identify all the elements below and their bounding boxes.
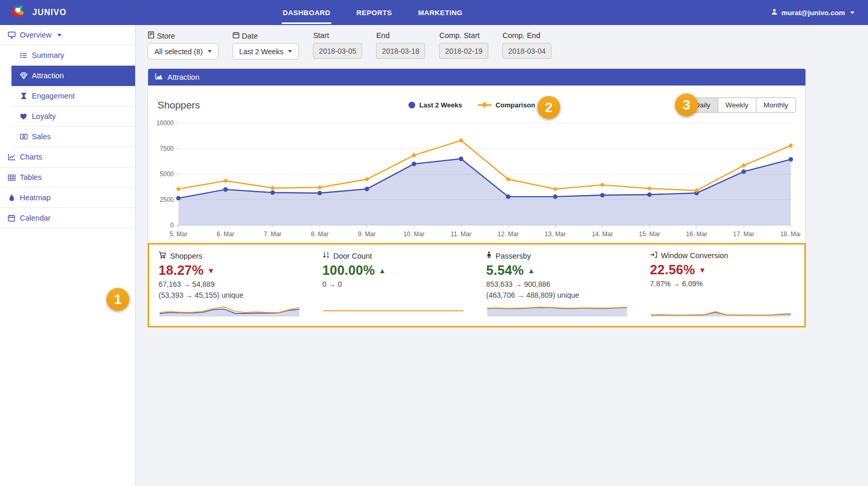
monitor-icon	[7, 31, 16, 39]
svg-text:9. Mar: 9. Mar	[358, 230, 376, 238]
comp-start-label: Comp. Start	[439, 31, 488, 40]
sidebar-item-label: Tables	[20, 173, 42, 181]
svg-text:0: 0	[170, 222, 174, 229]
tab-dashboard[interactable]: DASHBOARD	[282, 2, 331, 24]
sidebar-item-loyalty[interactable]: Loyalty	[11, 106, 135, 127]
cart-icon	[159, 251, 166, 260]
chart-line-icon	[7, 153, 16, 161]
annotation-badge-1: 1	[106, 288, 129, 311]
sidebar-item-summary[interactable]: Summary	[11, 45, 135, 66]
end-date-label: End	[376, 31, 425, 40]
kpi-values: 67,163 → 54,889	[159, 280, 300, 289]
kpi-values: 0 → 0	[322, 280, 464, 289]
kpi-unique-values	[650, 290, 792, 299]
sidebar-item-heatmap[interactable]: Heatmap	[0, 188, 135, 208]
cash-register-icon	[148, 31, 154, 40]
trend-arrow-icon: ▼	[208, 266, 215, 275]
sidebar: Overview Summary Attraction Engagemen	[0, 25, 136, 486]
kpi-change-value: 22.56%▼	[650, 262, 792, 277]
svg-text:1: 1	[327, 251, 329, 255]
panel-title: Attraction	[167, 73, 199, 81]
sidebar-item-calendar[interactable]: Calendar	[0, 208, 135, 228]
sidebar-item-label: Overview	[20, 31, 51, 39]
svg-text:8. Mar: 8. Mar	[311, 230, 329, 238]
weekly-button[interactable]: Weekly	[718, 98, 756, 113]
start-date-input[interactable]	[313, 43, 362, 59]
chevron-down-icon	[57, 34, 62, 37]
date-range-select[interactable]: Last 2 Weeks	[233, 43, 299, 59]
kpi-unique-values: (463,706 → 488,809) unique	[486, 291, 628, 300]
sign-in-icon	[650, 251, 657, 260]
sort-numeric-down-icon: 19	[322, 251, 330, 260]
start-date-label: Start	[313, 31, 362, 40]
kpi-title: Passersby	[496, 252, 531, 260]
passersby-sparkline	[486, 303, 628, 318]
chart-title: Shoppers	[158, 100, 257, 111]
kpi-card-passersby: Passersby 5.54%▲ 853,633 → 900,886 (463,…	[477, 250, 641, 321]
svg-text:5000: 5000	[160, 171, 174, 178]
svg-text:7. Mar: 7. Mar	[264, 230, 282, 238]
money-icon	[19, 133, 28, 140]
annotation-badge-3: 3	[675, 93, 698, 116]
trend-arrow-icon: ▲	[379, 266, 386, 275]
end-date-input[interactable]	[376, 43, 425, 59]
sidebar-item-tables[interactable]: Tables	[0, 167, 135, 188]
legend-dot-icon	[408, 102, 415, 108]
kpi-row-highlighted: Shoppers 18.27%▼ 67,163 → 54,889 (53,393…	[148, 243, 806, 327]
brand: JUNIVO	[0, 5, 136, 20]
user-menu[interactable]: murat@junivo.com	[771, 8, 868, 17]
svg-text:11. Mar: 11. Mar	[451, 230, 472, 238]
svg-text:10. Mar: 10. Mar	[403, 230, 425, 238]
hourglass-icon	[19, 92, 28, 100]
sidebar-item-label: Calendar	[20, 214, 51, 222]
kpi-values: 7.87% → 6.09%	[650, 280, 792, 288]
comp-start-input[interactable]	[439, 43, 488, 59]
start-date-filter: Start	[313, 31, 362, 59]
trend-arrow-icon: ▲	[527, 266, 535, 275]
brand-name: JUNIVO	[32, 8, 67, 17]
chevron-down-icon	[288, 50, 292, 53]
monthly-button[interactable]: Monthly	[756, 98, 796, 113]
store-filter: Store All selected (8)	[148, 31, 219, 59]
date-filter-label: Date	[242, 32, 258, 40]
svg-text:18. Mar: 18. Mar	[780, 230, 800, 238]
svg-text:15. Mar: 15. Mar	[639, 230, 660, 238]
sidebar-item-label: Engagement	[32, 92, 75, 100]
tab-marketing[interactable]: MARKETING	[417, 2, 463, 24]
legend-item-last-2-weeks[interactable]: Last 2 Weeks	[408, 101, 462, 109]
sidebar-item-sales[interactable]: Sales	[11, 127, 135, 147]
svg-text:14. Mar: 14. Mar	[592, 230, 613, 238]
sidebar-item-engagement[interactable]: Engagement	[11, 86, 135, 106]
sidebar-item-charts[interactable]: Charts	[0, 147, 135, 167]
top-navbar: JUNIVO DASHBOARD REPORTS MARKETING murat…	[0, 0, 868, 25]
list-icon	[19, 52, 28, 59]
annotation-badge-2: 2	[537, 96, 560, 119]
store-filter-label: Store	[157, 32, 175, 40]
svg-text:5. Mar: 5. Mar	[170, 230, 187, 238]
sidebar-item-attraction[interactable]: Attraction	[11, 66, 135, 86]
user-email: murat@junivo.com	[781, 9, 845, 17]
comp-start-filter: Comp. Start	[439, 31, 488, 59]
svg-text:12. Mar: 12. Mar	[498, 230, 519, 238]
shoppers-sparkline	[159, 303, 300, 318]
calendar-icon	[7, 214, 16, 222]
sidebar-item-label: Charts	[20, 153, 42, 161]
calendar-icon	[233, 31, 239, 40]
window-conversion-sparkline	[650, 303, 792, 318]
svg-text:2500: 2500	[160, 196, 174, 203]
attraction-panel: Attraction Shoppers Last 2 Weeks Compari…	[148, 68, 806, 327]
sidebar-item-label: Loyalty	[32, 112, 56, 120]
kpi-title: Shoppers	[170, 252, 202, 260]
svg-text:17. Mar: 17. Mar	[733, 230, 754, 238]
svg-text:6. Mar: 6. Mar	[216, 230, 234, 238]
comp-end-input[interactable]	[502, 43, 551, 59]
kpi-title: Window Conversion	[661, 251, 728, 260]
chevron-down-icon	[208, 50, 212, 53]
svg-text:16. Mar: 16. Mar	[686, 230, 707, 238]
store-select[interactable]: All selected (8)	[148, 43, 219, 59]
sidebar-item-overview[interactable]: Overview	[0, 25, 135, 45]
legend-item-comparison[interactable]: Comparison	[478, 101, 535, 109]
end-date-filter: End	[376, 31, 425, 59]
sidebar-item-label: Attraction	[32, 71, 64, 80]
tab-reports[interactable]: REPORTS	[355, 2, 393, 24]
